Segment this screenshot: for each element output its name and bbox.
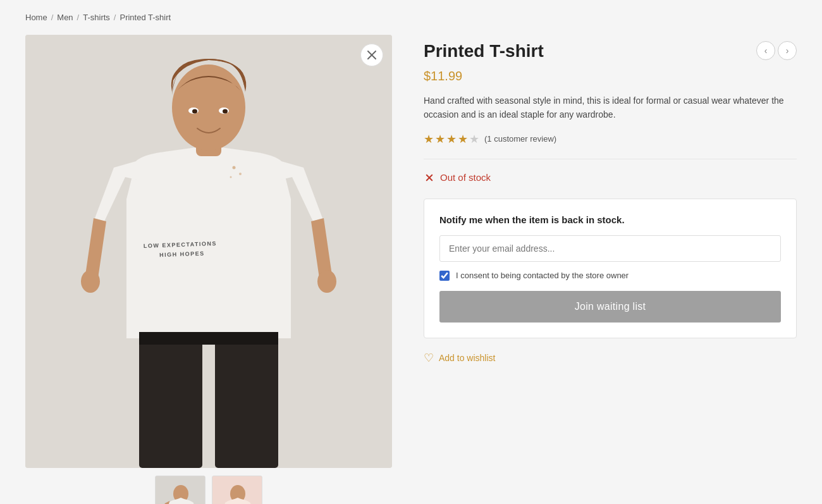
star-2: ★ (435, 132, 445, 146)
review-count[interactable]: (1 customer review) (484, 134, 556, 144)
breadcrumb-men[interactable]: Men (57, 13, 73, 22)
heart-icon: ♡ (424, 351, 434, 365)
next-arrow-icon: › (786, 46, 789, 56)
star-1: ★ (424, 132, 434, 146)
main-image-container: LOW EXPECTATIONS HIGH HOPES (25, 35, 392, 468)
breadcrumb-current: Printed T-shirt (120, 13, 171, 22)
join-waiting-list-button[interactable]: Join waiting list (439, 291, 781, 323)
star-5: ★ (469, 132, 479, 146)
product-detail: Printed T-shirt ‹ › $11.99 Hand crafted … (424, 35, 797, 365)
rating-row: ★ ★ ★ ★ ★ (1 customer review) (424, 132, 797, 159)
consent-row: I consent to being contacted by the stor… (439, 271, 781, 281)
notify-box: Notify me when the item is back in stock… (424, 199, 797, 338)
svg-point-18 (239, 173, 242, 175)
next-product-button[interactable]: › (778, 41, 797, 60)
breadcrumb-sep-1: / (51, 13, 54, 22)
nav-arrows: ‹ › (756, 41, 797, 60)
breadcrumb-tshirts[interactable]: T-shirts (83, 13, 110, 22)
thumbnail-1-img (156, 476, 206, 504)
product-layout: LOW EXPECTATIONS HIGH HOPES (25, 35, 797, 504)
svg-rect-9 (215, 332, 278, 468)
out-of-stock-status: Out of stock (424, 172, 797, 183)
svg-point-17 (233, 166, 236, 169)
breadcrumb-home[interactable]: Home (25, 13, 47, 22)
consent-checkbox[interactable] (439, 271, 450, 281)
out-of-stock-icon (424, 172, 435, 183)
svg-point-4 (81, 270, 100, 293)
product-title: Printed T-shirt (424, 41, 544, 61)
star-rating: ★ ★ ★ ★ ★ (424, 132, 479, 146)
wishlist-row[interactable]: ♡ Add to wishlist (424, 351, 797, 365)
prev-arrow-icon: ‹ (764, 46, 768, 56)
svg-point-15 (192, 109, 197, 114)
prev-product-button[interactable]: ‹ (756, 41, 775, 60)
notify-title: Notify me when the item is back in stock… (439, 214, 781, 225)
breadcrumb: Home / Men / T-shirts / Printed T-shirt (25, 13, 797, 22)
out-of-stock-label: Out of stock (440, 172, 491, 183)
page-wrapper: Home / Men / T-shirts / Printed T-shirt (0, 0, 822, 504)
product-image-svg: LOW EXPECTATIONS HIGH HOPES (25, 35, 392, 468)
email-input[interactable] (439, 235, 781, 262)
breadcrumb-sep-2: / (77, 13, 80, 22)
thumbnail-row (25, 476, 392, 504)
thumbnail-2-img (212, 476, 262, 504)
star-4: ★ (458, 132, 468, 146)
svg-rect-10 (139, 332, 278, 345)
consent-label[interactable]: I consent to being contacted by the stor… (456, 271, 629, 280)
breadcrumb-sep-3: / (114, 13, 116, 22)
svg-point-19 (230, 176, 232, 178)
close-icon (367, 51, 376, 59)
svg-point-12 (172, 65, 245, 151)
close-button[interactable] (360, 44, 383, 66)
thumbnail-2[interactable] (212, 476, 262, 504)
star-3: ★ (446, 132, 457, 146)
thumbnail-1[interactable] (155, 476, 206, 504)
wishlist-label: Add to wishlist (439, 353, 495, 363)
svg-point-5 (317, 270, 336, 293)
svg-rect-8 (139, 332, 202, 468)
product-description: Hand crafted with seasonal style in mind… (424, 94, 797, 122)
product-header: Printed T-shirt ‹ › (424, 41, 797, 61)
product-image-section: LOW EXPECTATIONS HIGH HOPES (25, 35, 392, 504)
product-price: $11.99 (424, 69, 797, 83)
svg-point-16 (223, 109, 228, 114)
